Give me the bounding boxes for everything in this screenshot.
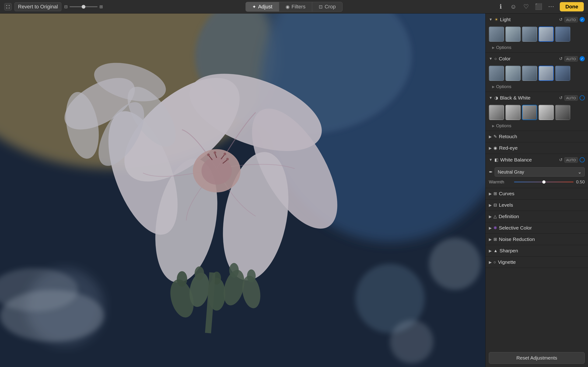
bw-auto-badge[interactable]: AUTO <box>564 95 578 101</box>
redeye-chevron: ▶ <box>489 146 492 150</box>
fullscreen-button[interactable] <box>4 3 12 10</box>
filters-tab[interactable]: ◉ Filters <box>279 2 312 11</box>
bw-thumb-1[interactable] <box>489 105 504 120</box>
wb-auto-badge[interactable]: AUTO <box>564 157 578 163</box>
wb-warmth-label: Warmth <box>489 179 512 184</box>
bw-circle[interactable] <box>579 95 585 100</box>
levels-icon: ⊟ <box>493 202 497 208</box>
light-section-header[interactable]: ▼ ☀ Light ↺ AUTO ✓ <box>485 14 588 26</box>
info-button[interactable]: ℹ <box>497 3 505 11</box>
light-options[interactable]: ▶ Options <box>485 44 588 52</box>
vignette-icon: ○ <box>493 260 496 265</box>
light-chevron: ▼ <box>489 17 493 22</box>
color-section-header[interactable]: ▼ ○ Color ↺ AUTO ✓ <box>485 53 588 65</box>
zoom-out-icon[interactable]: ⊟ <box>64 4 68 9</box>
color-thumb-4[interactable] <box>538 66 554 81</box>
light-check[interactable]: ✓ <box>579 17 585 22</box>
light-auto-badge[interactable]: AUTO <box>564 17 578 22</box>
wb-select[interactable]: Neutral Gray ⌄ <box>495 167 585 177</box>
wb-circle[interactable] <box>579 157 585 162</box>
sharpen-icon: ▲ <box>493 248 498 253</box>
face-button[interactable]: ☺ <box>509 3 517 11</box>
selective-color-section[interactable]: ▶ ❋ Selective Color <box>485 222 588 234</box>
bw-thumbnails <box>485 104 588 122</box>
color-options[interactable]: ▶ Options <box>485 83 588 92</box>
zoom-control: ⊟ ⊞ <box>64 4 103 9</box>
bw-thumb-5[interactable] <box>555 105 570 120</box>
wb-slider-thumb <box>542 180 545 184</box>
light-thumb-3[interactable] <box>522 26 537 42</box>
light-icon: ☀ <box>494 17 498 22</box>
redeye-icon: ◉ <box>493 145 497 150</box>
curves-chevron: ▶ <box>489 192 492 196</box>
bw-options-label: Options <box>496 123 511 128</box>
vignette-chevron: ▶ <box>489 260 492 265</box>
retouch-section[interactable]: ▶ ✎ Retouch <box>485 131 588 142</box>
light-options-chevron: ▶ <box>492 46 495 50</box>
color-revert-icon[interactable]: ↺ <box>559 56 562 61</box>
color-thumb-5[interactable] <box>555 66 570 81</box>
selective-color-icon: ❋ <box>493 225 497 230</box>
levels-section[interactable]: ▶ ⊟ Levels <box>485 200 588 211</box>
vignette-title: Vignette <box>498 259 585 265</box>
sharpen-section[interactable]: ▶ ▲ Sharpen <box>485 245 588 257</box>
curves-section[interactable]: ▶ ⊞ Curves <box>485 188 588 200</box>
light-thumb-5[interactable] <box>555 26 570 42</box>
more-button[interactable]: ⋯ <box>547 3 555 11</box>
crop-tab[interactable]: ⊡ Crop <box>312 2 342 11</box>
bw-thumb-2[interactable] <box>505 105 520 120</box>
levels-chevron: ▶ <box>489 203 492 207</box>
wb-chevron: ▼ <box>489 158 493 162</box>
color-thumb-2[interactable] <box>505 66 520 81</box>
main-area: ▼ ☀ Light ↺ AUTO ✓ ▶ Options ▼ <box>0 14 588 367</box>
eyedropper-icon[interactable]: ✒ <box>489 169 493 175</box>
reset-button[interactable]: Reset Adjustments <box>489 352 585 364</box>
light-options-label: Options <box>496 45 511 50</box>
definition-icon: △ <box>493 214 497 219</box>
bw-thumb-3[interactable] <box>522 105 537 120</box>
segment-control: ✦ Adjust ◉ Filters ⊡ Crop <box>245 2 343 12</box>
redeye-section[interactable]: ▶ ◉ Red-eye <box>485 142 588 154</box>
revert-button[interactable]: Revert to Original <box>15 2 61 11</box>
heart-button[interactable]: ♡ <box>522 3 530 11</box>
light-thumb-1[interactable] <box>489 26 504 42</box>
bw-options[interactable]: ▶ Options <box>485 122 588 131</box>
definition-section[interactable]: ▶ △ Definition <box>485 211 588 222</box>
toolbar: Revert to Original ⊟ ⊞ ✦ Adjust ◉ Filter… <box>0 0 588 14</box>
noise-section[interactable]: ▶ ⊞ Noise Reduction <box>485 234 588 245</box>
color-thumb-3[interactable] <box>522 66 537 81</box>
right-panel: ▼ ☀ Light ↺ AUTO ✓ ▶ Options ▼ <box>485 14 588 367</box>
wb-section: ▼ ◧ White Balance ↺ AUTO ✒ Neutral Gray … <box>485 154 588 188</box>
wb-warmth-slider[interactable] <box>514 182 573 183</box>
wb-section-header[interactable]: ▼ ◧ White Balance ↺ AUTO <box>485 154 588 166</box>
light-thumb-2[interactable] <box>505 26 520 42</box>
zoom-in-icon[interactable]: ⊞ <box>99 4 103 9</box>
zoom-thumb <box>82 5 85 9</box>
done-button[interactable]: Done <box>560 2 584 11</box>
selective-color-chevron: ▶ <box>489 226 492 230</box>
bw-icon: ◑ <box>494 95 498 100</box>
toolbar-center: ✦ Adjust ◉ Filters ⊡ Crop <box>245 2 343 12</box>
light-thumb-4[interactable] <box>538 26 554 42</box>
bw-title: Black & White <box>500 95 557 101</box>
photo-image <box>0 14 485 367</box>
vignette-section[interactable]: ▶ ○ Vignette <box>485 257 588 268</box>
color-check[interactable]: ✓ <box>579 56 585 61</box>
curves-icon: ⊞ <box>493 191 497 196</box>
color-auto-badge[interactable]: AUTO <box>564 56 578 61</box>
noise-chevron: ▶ <box>489 237 492 242</box>
color-thumb-1[interactable] <box>489 66 504 81</box>
toolbar-right: ℹ ☺ ♡ ⬛ ⋯ Done <box>497 2 584 11</box>
bw-chevron: ▼ <box>489 96 493 100</box>
panel-spacer <box>485 268 588 349</box>
adjust-tab[interactable]: ✦ Adjust <box>246 2 279 11</box>
bw-section-header[interactable]: ▼ ◑ Black & White ↺ AUTO <box>485 92 588 104</box>
zoom-slider[interactable] <box>69 6 97 7</box>
wb-revert-icon[interactable]: ↺ <box>559 157 562 162</box>
wb-warmth-row: Warmth 0.50 <box>489 179 585 184</box>
share-button[interactable]: ⬛ <box>535 3 543 11</box>
bw-revert-icon[interactable]: ↺ <box>559 95 562 100</box>
light-revert-icon[interactable]: ↺ <box>559 17 562 22</box>
bw-thumb-4[interactable] <box>538 105 554 120</box>
color-title: Color <box>499 56 557 61</box>
